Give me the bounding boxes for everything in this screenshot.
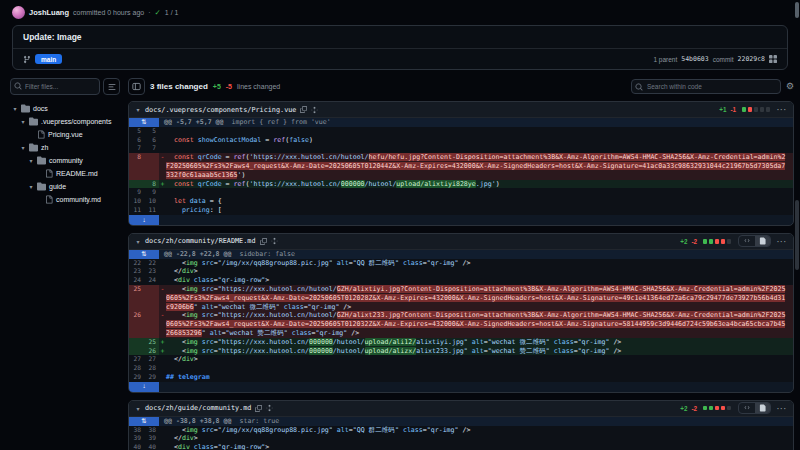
- old-line-number[interactable]: 39: [129, 434, 144, 443]
- new-line-number[interactable]: 26: [144, 347, 159, 356]
- tree-folder-guide[interactable]: ▾guide: [10, 180, 120, 193]
- new-line-number[interactable]: 11: [144, 206, 159, 215]
- new-line-number[interactable]: 22: [144, 259, 159, 268]
- rich-view-button[interactable]: [755, 403, 770, 413]
- tree-file-pricing-vue[interactable]: Pricing.vue: [10, 128, 120, 141]
- new-line-number[interactable]: 7: [144, 144, 159, 153]
- copy-path-icon[interactable]: [300, 106, 307, 113]
- source-view-button[interactable]: [739, 236, 755, 246]
- file-path[interactable]: docs/.vuepress/components/Pricing.vue: [145, 106, 296, 114]
- new-line-number[interactable]: 5: [144, 127, 159, 136]
- tree-folder-community[interactable]: ▾community: [10, 154, 120, 167]
- expand-hunk-button[interactable]: ⇅: [129, 417, 159, 426]
- source-view-button[interactable]: [739, 403, 755, 413]
- new-line-number[interactable]: [144, 311, 159, 337]
- avatar[interactable]: [12, 6, 25, 19]
- old-line-number[interactable]: [129, 338, 144, 347]
- new-line-number[interactable]: 27: [144, 355, 159, 364]
- expand-all-icon[interactable]: [311, 106, 318, 114]
- expand-all-icon[interactable]: [271, 237, 278, 245]
- old-line-number[interactable]: 28: [129, 364, 144, 373]
- old-line-number[interactable]: 24: [129, 276, 144, 285]
- new-line-number[interactable]: 24: [144, 276, 159, 285]
- content-scrollbar-thumb[interactable]: [795, 200, 799, 270]
- code-segment: "qr-img": [427, 426, 459, 434]
- chevron-down-icon: ▾: [28, 157, 34, 164]
- file-path[interactable]: docs/zh/guide/community.md: [145, 404, 251, 412]
- new-line-number[interactable]: 8: [144, 180, 159, 189]
- old-line-number[interactable]: 23: [129, 267, 144, 276]
- new-line-number[interactable]: 28: [144, 364, 159, 373]
- toggle-file-tree-button[interactable]: [128, 78, 145, 95]
- browse-files-icon[interactable]: [769, 55, 777, 63]
- old-line-number[interactable]: [129, 347, 144, 356]
- commit-author[interactable]: JoshLuang: [29, 8, 69, 17]
- new-line-number[interactable]: 6: [144, 136, 159, 145]
- code-segment: img: [186, 259, 198, 267]
- new-line-number[interactable]: 10: [144, 197, 159, 206]
- diffstat-square: [754, 107, 759, 112]
- page-scrollbar-thumb[interactable]: [795, 2, 799, 18]
- old-line-number[interactable]: 8: [129, 153, 144, 179]
- file-options-kebab[interactable]: ···: [777, 238, 787, 245]
- copy-path-icon[interactable]: [260, 238, 267, 245]
- old-line-number[interactable]: 9: [129, 188, 144, 197]
- expand-all-icon[interactable]: [266, 404, 273, 412]
- new-line-number[interactable]: [144, 285, 159, 311]
- new-line-number[interactable]: 38: [144, 426, 159, 435]
- branch-badge[interactable]: main: [35, 54, 62, 64]
- parent-sha-link[interactable]: 54b0603: [681, 55, 708, 63]
- old-line-number[interactable]: 26: [129, 311, 144, 337]
- new-line-number[interactable]: 9: [144, 188, 159, 197]
- old-line-number[interactable]: 11: [129, 206, 144, 215]
- old-line-number[interactable]: 25: [129, 285, 144, 311]
- old-line-number[interactable]: 29: [129, 373, 144, 382]
- filter-files-input[interactable]: [10, 78, 100, 95]
- code-segment: alixt233.jpg": [416, 347, 468, 355]
- file-options-kebab[interactable]: ···: [777, 106, 787, 113]
- old-line-number[interactable]: 38: [129, 426, 144, 435]
- copy-path-icon[interactable]: [255, 405, 262, 412]
- code-segment: ref: [234, 153, 246, 161]
- chevron-down-icon[interactable]: ▾: [135, 238, 141, 245]
- old-line-number[interactable]: 27: [129, 355, 144, 364]
- chevron-down-icon[interactable]: ▾: [135, 106, 141, 113]
- old-line-number[interactable]: 22: [129, 259, 144, 268]
- chevron-down-icon[interactable]: ▾: [135, 405, 141, 412]
- checks-passed-icon[interactable]: ✓: [155, 8, 161, 17]
- new-line-number[interactable]: 40: [144, 443, 159, 450]
- old-line-number[interactable]: [129, 180, 144, 189]
- checks-count[interactable]: 1 / 1: [165, 9, 179, 16]
- diff-marker: [159, 259, 166, 268]
- tree-folder-docs[interactable]: ▾docs: [10, 102, 120, 115]
- tree-file-readme-md[interactable]: README.md: [10, 167, 120, 180]
- code-line: [166, 127, 793, 136]
- expand-down-button[interactable]: ↓: [129, 215, 159, 225]
- file-deletions: -2: [691, 238, 697, 245]
- old-line-number[interactable]: 7: [129, 144, 144, 153]
- old-line-number[interactable]: 10: [129, 197, 144, 206]
- search-within-code-input[interactable]: [631, 79, 781, 94]
- new-line-number[interactable]: [144, 153, 159, 179]
- tree-folder--vuepress-components[interactable]: ▾.vuepress/components: [10, 115, 120, 128]
- expand-down-button[interactable]: ↓: [129, 382, 159, 392]
- diff-marker: -: [159, 285, 166, 311]
- new-line-number[interactable]: 39: [144, 434, 159, 443]
- new-line-number[interactable]: 25: [144, 338, 159, 347]
- diff-marker: +: [159, 338, 166, 347]
- old-line-number[interactable]: 5: [129, 127, 144, 136]
- tree-options-button[interactable]: [103, 78, 120, 95]
- code-segment: "qr-img-row": [218, 276, 266, 284]
- old-line-number[interactable]: 6: [129, 136, 144, 145]
- tree-folder-zh[interactable]: ▾zh: [10, 141, 120, 154]
- old-line-number[interactable]: 40: [129, 443, 144, 450]
- new-line-number[interactable]: 23: [144, 267, 159, 276]
- rich-view-button[interactable]: [755, 236, 770, 246]
- expand-hunk-button[interactable]: ⇅: [129, 250, 159, 259]
- new-line-number[interactable]: 29: [144, 373, 159, 382]
- tree-file-community-md[interactable]: community.md: [10, 193, 120, 206]
- diff-settings-gear-icon[interactable]: ⚙: [786, 82, 794, 91]
- file-options-kebab[interactable]: ···: [777, 405, 787, 412]
- expand-hunk-button[interactable]: ⇅: [129, 118, 159, 127]
- file-path[interactable]: docs/zh/community/README.md: [145, 237, 256, 245]
